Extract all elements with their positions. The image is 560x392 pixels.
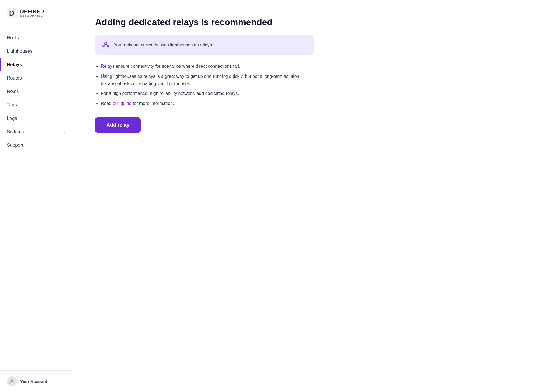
add-relay-button[interactable]: Add relay xyxy=(95,117,141,133)
avatar xyxy=(7,376,17,386)
banner-text: Your network currently uses lighthouses … xyxy=(114,43,212,48)
sidebar-item-hosts[interactable]: Hosts xyxy=(0,31,73,45)
svg-point-3 xyxy=(105,42,107,44)
chevron-down-icon: ⌄ xyxy=(63,143,66,147)
logo-container: D DEFINED NETWORKING xyxy=(0,0,73,25)
sidebar-item-label-relays: Relays xyxy=(7,62,22,67)
svg-line-6 xyxy=(104,44,106,45)
list-item: Relays ensure connectivity for scenarios… xyxy=(101,63,314,70)
sidebar-item-relays[interactable]: Relays xyxy=(0,58,73,71)
svg-text:D: D xyxy=(9,9,14,17)
info-banner: Your network currently uses lighthouses … xyxy=(95,35,314,55)
list-item: Using lighthouses as relays is a great w… xyxy=(101,73,314,87)
list-item: For a high performance, high reliability… xyxy=(101,90,314,97)
sidebar-nav: Hosts Lighthouses Relays Routes Roles Ta… xyxy=(0,25,73,370)
sidebar-item-routes[interactable]: Routes xyxy=(0,71,73,85)
account-footer[interactable]: Your Account xyxy=(0,370,73,392)
sidebar-item-settings[interactable]: Settings ⌄ xyxy=(0,125,73,139)
relays-link[interactable]: Relays xyxy=(101,64,115,69)
relay-network-icon xyxy=(102,40,110,50)
brand-name: DEFINED NETWORKING xyxy=(20,9,44,17)
sidebar-item-logs[interactable]: Logs xyxy=(0,112,73,125)
our-guide-link[interactable]: our guide xyxy=(113,101,132,106)
svg-point-5 xyxy=(107,45,109,47)
brand-name-sub: NETWORKING xyxy=(20,15,44,17)
account-label: Your Account xyxy=(20,379,47,384)
list-item: Read our guide for more information. xyxy=(101,100,314,107)
bullet-4-suffix: for more information. xyxy=(131,101,174,106)
sidebar-item-roles[interactable]: Roles xyxy=(0,85,73,98)
sidebar-item-tags[interactable]: Tags xyxy=(0,98,73,112)
sidebar-item-label-tags: Tags xyxy=(7,102,17,108)
sidebar-item-support[interactable]: Support ⌄ xyxy=(0,139,73,152)
svg-line-7 xyxy=(106,44,108,45)
page-title: Adding dedicated relays is recommended xyxy=(95,17,538,27)
main-content: Adding dedicated relays is recommended Y… xyxy=(73,0,560,392)
bullet-1-suffix: ensure connectivity for scenarios where … xyxy=(115,64,240,69)
sidebar-item-label-hosts: Hosts xyxy=(7,35,19,41)
sidebar-item-lighthouses[interactable]: Lighthouses xyxy=(0,45,73,58)
sidebar: D DEFINED NETWORKING Hosts Lighthouses R… xyxy=(0,0,73,392)
sidebar-item-label-support: Support xyxy=(7,143,24,148)
sidebar-item-label-roles: Roles xyxy=(7,89,19,94)
svg-point-4 xyxy=(103,45,104,47)
sidebar-item-label-lighthouses: Lighthouses xyxy=(7,48,32,54)
brand-logo-icon: D xyxy=(7,8,17,18)
bullet-4-prefix: Read xyxy=(101,101,113,106)
chevron-down-icon: ⌄ xyxy=(63,130,66,134)
content-list: Relays ensure connectivity for scenarios… xyxy=(95,63,314,107)
sidebar-item-label-routes: Routes xyxy=(7,75,22,81)
sidebar-item-label-logs: Logs xyxy=(7,116,17,121)
sidebar-item-label-settings: Settings xyxy=(7,129,24,135)
brand-name-main: DEFINED xyxy=(20,9,44,15)
